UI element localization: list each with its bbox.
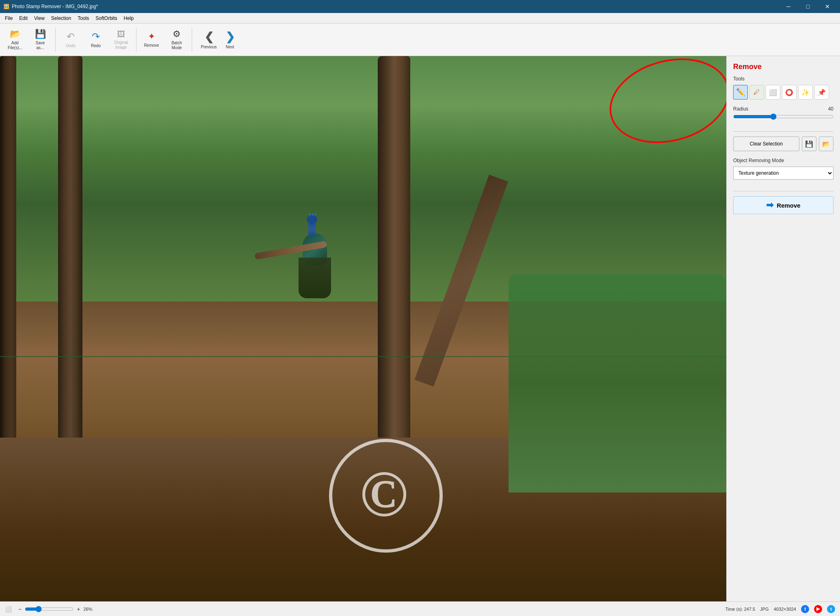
separator-1 bbox=[55, 28, 56, 52]
rect-select-tool-button[interactable]: ⬜ bbox=[766, 85, 780, 100]
title-bar-controls: ─ □ ✕ bbox=[779, 0, 837, 13]
selection-mode-icon: ⬜ bbox=[5, 606, 12, 612]
navigation-group: ❮ Previous ❯ Next bbox=[199, 26, 240, 54]
redo-button[interactable]: ↷ Redo bbox=[84, 26, 108, 54]
menu-item-edit[interactable]: Edit bbox=[16, 15, 31, 22]
close-button[interactable]: ✕ bbox=[818, 0, 837, 13]
remove-button[interactable]: ➡ Remove bbox=[733, 196, 834, 214]
status-bar: ⬜ − + 26% Time (s): 247.5 JPG 4032×3024 … bbox=[0, 601, 840, 616]
add-file-button[interactable]: 📂 AddFile(s)... bbox=[3, 26, 27, 54]
undo-button[interactable]: ↶ Undo bbox=[59, 26, 82, 54]
load-selection-icon: 📂 bbox=[822, 140, 830, 148]
save-as-button[interactable]: 💾 Saveas... bbox=[28, 26, 52, 54]
undo-icon: ↶ bbox=[67, 31, 75, 42]
separator-2 bbox=[136, 28, 136, 52]
rect-select-icon: ⬜ bbox=[769, 89, 777, 96]
save-as-label: Saveas... bbox=[36, 41, 45, 50]
stamp-tool-button[interactable]: 📌 bbox=[814, 85, 829, 100]
photo-background: ♦♦♦ © bbox=[0, 56, 726, 601]
title-bar-left: 🖼️ Photo Stamp Remover - IMG_0492.jpg* bbox=[3, 4, 98, 9]
canvas-area[interactable]: ♦♦♦ © bbox=[0, 56, 726, 601]
radius-value: 40 bbox=[828, 106, 834, 112]
main-area: ♦♦♦ © Remove Tools bbox=[0, 56, 840, 601]
zoom-minus-icon: − bbox=[18, 606, 22, 612]
original-image-icon: 🖼 bbox=[117, 30, 125, 39]
zoom-level: 26% bbox=[83, 607, 92, 612]
youtube-icon[interactable]: ▶ bbox=[814, 605, 822, 613]
undo-label: Undo bbox=[66, 43, 76, 48]
eraser-tool-button[interactable]: 🖊 bbox=[749, 85, 764, 100]
toolbar: 📂 AddFile(s)... 💾 Saveas... ↶ Undo ↷ Red… bbox=[0, 24, 840, 56]
remove-button-label: Remove bbox=[777, 202, 800, 209]
object-removing-label: Object Removing Mode bbox=[733, 158, 834, 163]
status-right: Time (s): 247.5 JPG 4032×3024 f ▶ t bbox=[725, 605, 835, 613]
panel-divider bbox=[733, 131, 834, 132]
save-selection-button[interactable]: 💾 bbox=[802, 137, 816, 151]
lasso-tool-button[interactable]: ⭕ bbox=[782, 85, 797, 100]
magic-wand-tool-button[interactable]: ✨ bbox=[798, 85, 813, 100]
window-title: Photo Stamp Remover - IMG_0492.jpg* bbox=[12, 4, 98, 9]
stamp-icon: 📌 bbox=[818, 89, 826, 96]
menu-item-help[interactable]: Help bbox=[121, 15, 137, 22]
batch-mode-label: BatchMode bbox=[171, 41, 182, 50]
save-as-icon: 💾 bbox=[35, 29, 46, 39]
clear-selection-row: Clear Selection 💾 📂 bbox=[733, 137, 834, 151]
zoom-slider[interactable] bbox=[25, 606, 74, 612]
original-image-button[interactable]: 🖼 OriginalImage bbox=[109, 26, 133, 54]
magic-wand-icon: ✨ bbox=[801, 89, 810, 96]
menu-item-file[interactable]: File bbox=[2, 15, 16, 22]
add-file-label: AddFile(s)... bbox=[8, 41, 22, 50]
image-dimensions: 4032×3024 bbox=[774, 607, 796, 612]
batch-mode-icon: ⚙ bbox=[173, 29, 181, 39]
menu-item-view[interactable]: View bbox=[31, 15, 48, 22]
lasso-icon: ⭕ bbox=[785, 89, 793, 96]
menu-item-tools[interactable]: Tools bbox=[74, 15, 92, 22]
redo-icon: ↷ bbox=[92, 31, 100, 42]
remove-panel-title: Remove bbox=[733, 63, 834, 71]
next-button[interactable]: ❯ Next bbox=[220, 26, 240, 54]
minimize-button[interactable]: ─ bbox=[779, 0, 798, 13]
facebook-icon[interactable]: f bbox=[801, 605, 809, 613]
load-selection-button[interactable]: 📂 bbox=[819, 137, 834, 151]
twitter-icon[interactable]: t bbox=[827, 605, 835, 613]
app-icon: 🖼️ bbox=[3, 4, 9, 9]
remove-toolbar-icon: ✦ bbox=[148, 31, 155, 42]
previous-arrow-icon: ❮ bbox=[204, 30, 214, 43]
panel-divider-2 bbox=[733, 191, 834, 191]
previous-button[interactable]: ❮ Previous bbox=[199, 26, 219, 54]
radius-slider[interactable] bbox=[733, 113, 834, 120]
clear-selection-button[interactable]: Clear Selection bbox=[733, 137, 799, 151]
batch-mode-button[interactable]: ⚙ BatchMode bbox=[165, 26, 188, 54]
remove-toolbar-label: Remove bbox=[144, 43, 159, 48]
brush-icon: ✏️ bbox=[736, 88, 745, 97]
original-image-label: OriginalImage bbox=[114, 40, 128, 50]
remove-button-arrow-icon: ➡ bbox=[766, 200, 773, 210]
remove-toolbar-button[interactable]: ✦ Remove bbox=[140, 26, 163, 54]
status-left: ⬜ − + 26% bbox=[5, 606, 92, 612]
tools-section-label: Tools bbox=[733, 76, 834, 82]
title-bar: 🖼️ Photo Stamp Remover - IMG_0492.jpg* ─… bbox=[0, 0, 840, 13]
object-removing-mode-dropdown[interactable]: Texture generationSmart fillMove & Expan… bbox=[733, 167, 834, 180]
maximize-button[interactable]: □ bbox=[799, 0, 817, 13]
file-format: JPG bbox=[760, 607, 769, 612]
next-label: Next bbox=[226, 45, 234, 49]
radius-row: Radius 40 bbox=[733, 106, 834, 112]
tools-row: ✏️ 🖊 ⬜ ⭕ ✨ 📌 bbox=[733, 85, 834, 100]
add-file-icon: 📂 bbox=[10, 29, 21, 39]
separator-3 bbox=[192, 28, 192, 52]
menu-item-softorbits[interactable]: SoftOrbits bbox=[92, 15, 120, 22]
right-panel: Remove Tools ✏️ 🖊 ⬜ ⭕ ✨ bbox=[726, 56, 840, 601]
next-arrow-icon: ❯ bbox=[225, 30, 235, 43]
eraser-icon: 🖊 bbox=[753, 89, 760, 96]
save-selection-icon: 💾 bbox=[805, 140, 813, 148]
brush-tool-button[interactable]: ✏️ bbox=[733, 85, 748, 100]
menu-item-selection[interactable]: Selection bbox=[48, 15, 74, 22]
processing-time: Time (s): 247.5 bbox=[725, 607, 756, 612]
menu-bar: FileEditViewSelectionToolsSoftOrbitsHelp bbox=[0, 13, 840, 24]
zoom-plus-icon: + bbox=[77, 606, 80, 612]
previous-label: Previous bbox=[201, 45, 217, 49]
radius-label: Radius bbox=[733, 106, 748, 112]
redo-label: Redo bbox=[91, 43, 101, 48]
